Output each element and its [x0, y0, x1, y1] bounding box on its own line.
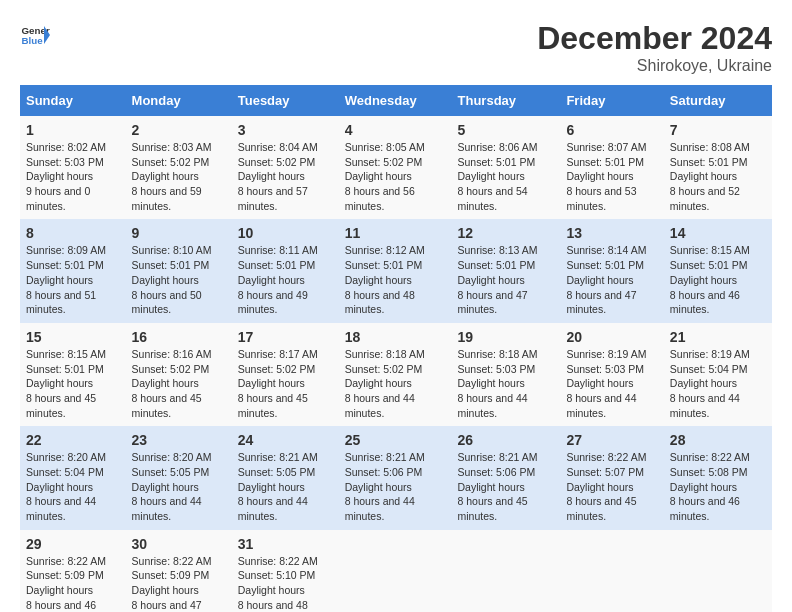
calendar-cell: 21 Sunrise: 8:19 AM Sunset: 5:04 PM Dayl… [664, 323, 772, 426]
calendar-week-row: 15 Sunrise: 8:15 AM Sunset: 5:01 PM Dayl… [20, 323, 772, 426]
calendar-cell: 25 Sunrise: 8:21 AM Sunset: 5:06 PM Dayl… [339, 426, 452, 529]
calendar-cell [452, 530, 561, 612]
calendar-cell: 9 Sunrise: 8:10 AM Sunset: 5:01 PM Dayli… [126, 219, 232, 322]
calendar-table: SundayMondayTuesdayWednesdayThursdayFrid… [20, 85, 772, 612]
calendar-cell: 26 Sunrise: 8:21 AM Sunset: 5:06 PM Dayl… [452, 426, 561, 529]
calendar-cell [664, 530, 772, 612]
day-number: 25 [345, 432, 446, 448]
weekday-header-thursday: Thursday [452, 85, 561, 116]
calendar-week-row: 29 Sunrise: 8:22 AM Sunset: 5:09 PM Dayl… [20, 530, 772, 612]
weekday-header-sunday: Sunday [20, 85, 126, 116]
day-info: Sunrise: 8:14 AM Sunset: 5:01 PM Dayligh… [566, 243, 657, 316]
day-number: 4 [345, 122, 446, 138]
day-info: Sunrise: 8:22 AM Sunset: 5:10 PM Dayligh… [238, 554, 333, 612]
calendar-cell: 11 Sunrise: 8:12 AM Sunset: 5:01 PM Dayl… [339, 219, 452, 322]
day-info: Sunrise: 8:18 AM Sunset: 5:03 PM Dayligh… [458, 347, 555, 420]
title-block: December 2024 Shirokoye, Ukraine [537, 20, 772, 75]
day-info: Sunrise: 8:17 AM Sunset: 5:02 PM Dayligh… [238, 347, 333, 420]
day-info: Sunrise: 8:11 AM Sunset: 5:01 PM Dayligh… [238, 243, 333, 316]
day-info: Sunrise: 8:16 AM Sunset: 5:02 PM Dayligh… [132, 347, 226, 420]
calendar-cell: 27 Sunrise: 8:22 AM Sunset: 5:07 PM Dayl… [560, 426, 663, 529]
calendar-cell: 17 Sunrise: 8:17 AM Sunset: 5:02 PM Dayl… [232, 323, 339, 426]
calendar-cell: 3 Sunrise: 8:04 AM Sunset: 5:02 PM Dayli… [232, 116, 339, 219]
day-info: Sunrise: 8:19 AM Sunset: 5:04 PM Dayligh… [670, 347, 766, 420]
day-info: Sunrise: 8:03 AM Sunset: 5:02 PM Dayligh… [132, 140, 226, 213]
day-info: Sunrise: 8:22 AM Sunset: 5:09 PM Dayligh… [132, 554, 226, 612]
calendar-cell: 2 Sunrise: 8:03 AM Sunset: 5:02 PM Dayli… [126, 116, 232, 219]
calendar-cell [560, 530, 663, 612]
calendar-cell: 1 Sunrise: 8:02 AM Sunset: 5:03 PM Dayli… [20, 116, 126, 219]
calendar-cell: 18 Sunrise: 8:18 AM Sunset: 5:02 PM Dayl… [339, 323, 452, 426]
day-info: Sunrise: 8:10 AM Sunset: 5:01 PM Dayligh… [132, 243, 226, 316]
day-number: 17 [238, 329, 333, 345]
day-number: 5 [458, 122, 555, 138]
logo: General Blue [20, 20, 50, 50]
day-number: 2 [132, 122, 226, 138]
day-number: 8 [26, 225, 120, 241]
day-number: 28 [670, 432, 766, 448]
day-info: Sunrise: 8:22 AM Sunset: 5:09 PM Dayligh… [26, 554, 120, 612]
day-number: 3 [238, 122, 333, 138]
day-number: 7 [670, 122, 766, 138]
day-info: Sunrise: 8:04 AM Sunset: 5:02 PM Dayligh… [238, 140, 333, 213]
calendar-week-row: 8 Sunrise: 8:09 AM Sunset: 5:01 PM Dayli… [20, 219, 772, 322]
day-number: 29 [26, 536, 120, 552]
day-info: Sunrise: 8:12 AM Sunset: 5:01 PM Dayligh… [345, 243, 446, 316]
calendar-cell: 8 Sunrise: 8:09 AM Sunset: 5:01 PM Dayli… [20, 219, 126, 322]
day-number: 15 [26, 329, 120, 345]
weekday-header-wednesday: Wednesday [339, 85, 452, 116]
calendar-cell: 6 Sunrise: 8:07 AM Sunset: 5:01 PM Dayli… [560, 116, 663, 219]
calendar-week-row: 22 Sunrise: 8:20 AM Sunset: 5:04 PM Dayl… [20, 426, 772, 529]
calendar-cell [339, 530, 452, 612]
day-number: 30 [132, 536, 226, 552]
day-number: 27 [566, 432, 657, 448]
day-number: 14 [670, 225, 766, 241]
day-info: Sunrise: 8:06 AM Sunset: 5:01 PM Dayligh… [458, 140, 555, 213]
weekday-header-tuesday: Tuesday [232, 85, 339, 116]
calendar-cell: 20 Sunrise: 8:19 AM Sunset: 5:03 PM Dayl… [560, 323, 663, 426]
day-info: Sunrise: 8:21 AM Sunset: 5:06 PM Dayligh… [345, 450, 446, 523]
day-info: Sunrise: 8:05 AM Sunset: 5:02 PM Dayligh… [345, 140, 446, 213]
day-number: 19 [458, 329, 555, 345]
day-number: 9 [132, 225, 226, 241]
calendar-cell: 19 Sunrise: 8:18 AM Sunset: 5:03 PM Dayl… [452, 323, 561, 426]
svg-text:Blue: Blue [22, 35, 44, 46]
day-number: 10 [238, 225, 333, 241]
calendar-cell: 13 Sunrise: 8:14 AM Sunset: 5:01 PM Dayl… [560, 219, 663, 322]
calendar-cell: 10 Sunrise: 8:11 AM Sunset: 5:01 PM Dayl… [232, 219, 339, 322]
day-number: 16 [132, 329, 226, 345]
day-number: 23 [132, 432, 226, 448]
page-header: General Blue December 2024 Shirokoye, Uk… [20, 20, 772, 75]
calendar-cell: 29 Sunrise: 8:22 AM Sunset: 5:09 PM Dayl… [20, 530, 126, 612]
calendar-cell: 15 Sunrise: 8:15 AM Sunset: 5:01 PM Dayl… [20, 323, 126, 426]
day-number: 26 [458, 432, 555, 448]
day-info: Sunrise: 8:21 AM Sunset: 5:05 PM Dayligh… [238, 450, 333, 523]
day-number: 21 [670, 329, 766, 345]
day-info: Sunrise: 8:22 AM Sunset: 5:08 PM Dayligh… [670, 450, 766, 523]
calendar-cell: 22 Sunrise: 8:20 AM Sunset: 5:04 PM Dayl… [20, 426, 126, 529]
day-info: Sunrise: 8:15 AM Sunset: 5:01 PM Dayligh… [26, 347, 120, 420]
day-number: 13 [566, 225, 657, 241]
day-info: Sunrise: 8:18 AM Sunset: 5:02 PM Dayligh… [345, 347, 446, 420]
calendar-cell: 16 Sunrise: 8:16 AM Sunset: 5:02 PM Dayl… [126, 323, 232, 426]
calendar-cell: 14 Sunrise: 8:15 AM Sunset: 5:01 PM Dayl… [664, 219, 772, 322]
calendar-cell: 31 Sunrise: 8:22 AM Sunset: 5:10 PM Dayl… [232, 530, 339, 612]
day-number: 24 [238, 432, 333, 448]
logo-icon: General Blue [20, 20, 50, 50]
page-title: December 2024 [537, 20, 772, 57]
day-info: Sunrise: 8:15 AM Sunset: 5:01 PM Dayligh… [670, 243, 766, 316]
day-number: 31 [238, 536, 333, 552]
page-subtitle: Shirokoye, Ukraine [537, 57, 772, 75]
day-info: Sunrise: 8:02 AM Sunset: 5:03 PM Dayligh… [26, 140, 120, 213]
day-info: Sunrise: 8:21 AM Sunset: 5:06 PM Dayligh… [458, 450, 555, 523]
day-info: Sunrise: 8:13 AM Sunset: 5:01 PM Dayligh… [458, 243, 555, 316]
weekday-header-monday: Monday [126, 85, 232, 116]
calendar-cell: 28 Sunrise: 8:22 AM Sunset: 5:08 PM Dayl… [664, 426, 772, 529]
day-info: Sunrise: 8:22 AM Sunset: 5:07 PM Dayligh… [566, 450, 657, 523]
weekday-header-row: SundayMondayTuesdayWednesdayThursdayFrid… [20, 85, 772, 116]
calendar-cell: 12 Sunrise: 8:13 AM Sunset: 5:01 PM Dayl… [452, 219, 561, 322]
day-number: 11 [345, 225, 446, 241]
day-number: 1 [26, 122, 120, 138]
day-info: Sunrise: 8:08 AM Sunset: 5:01 PM Dayligh… [670, 140, 766, 213]
calendar-cell: 23 Sunrise: 8:20 AM Sunset: 5:05 PM Dayl… [126, 426, 232, 529]
